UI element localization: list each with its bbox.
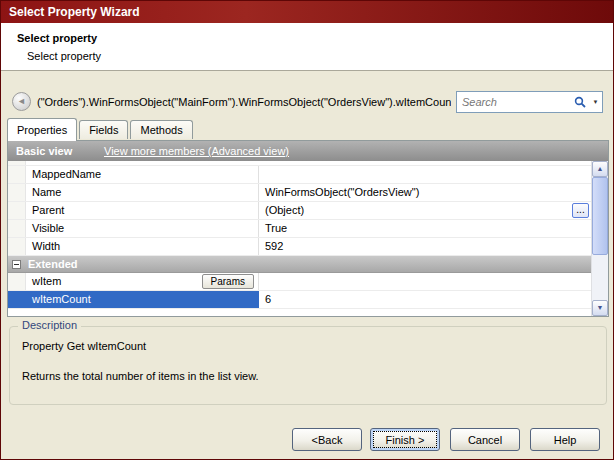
params-button[interactable]: Params <box>202 274 254 289</box>
description-groupbox: Description Property Get wItemCount Retu… <box>9 326 607 405</box>
search-icon[interactable] <box>571 92 589 112</box>
member-tabs: Properties Fields Methods <box>7 118 193 141</box>
search-dropdown-icon[interactable]: ▼ <box>589 92 602 112</box>
vertical-scrollbar[interactable]: ▲ ▼ <box>591 161 608 316</box>
tab-fields-label: Fields <box>89 124 118 136</box>
tab-methods-label: Methods <box>140 124 182 136</box>
members-panel: Basic view View more members (Advanced v… <box>7 140 609 317</box>
help-button[interactable]: Help <box>530 428 600 451</box>
property-value[interactable]: 6 <box>259 291 591 308</box>
object-expression: ("Orders").WinFormsObject("MainForm").Wi… <box>37 96 451 108</box>
property-name: MappedName <box>26 166 259 183</box>
title-bar[interactable]: Select Property Wizard <box>1 1 613 23</box>
property-value: WinFormsObject("OrdersView") <box>259 184 591 201</box>
row-gutter <box>8 220 26 237</box>
table-row-witemcount[interactable]: wItemCount 6 <box>8 291 591 309</box>
page-title: Select property <box>17 32 97 44</box>
row-gutter <box>8 291 26 308</box>
tab-properties-label: Properties <box>17 124 67 136</box>
ellipsis-button[interactable]: ... <box>572 203 589 218</box>
property-name: Visible <box>26 220 259 237</box>
back-arrow-glyph: ◄ <box>17 96 26 106</box>
back-button[interactable]: <Back <box>292 428 362 451</box>
property-name: Width <box>26 238 259 255</box>
finish-button[interactable]: Finish > <box>370 428 440 451</box>
property-name: wItem Params <box>26 273 259 290</box>
tab-fields[interactable]: Fields <box>79 120 128 139</box>
property-value <box>259 273 591 290</box>
group-label: Extended <box>28 258 78 270</box>
property-name: wItemCount <box>26 291 259 308</box>
window-title: Select Property Wizard <box>9 5 140 19</box>
group-row-extended[interactable]: Extended <box>8 256 591 273</box>
scroll-up-icon[interactable]: ▲ <box>592 161 608 177</box>
property-value: True <box>259 220 591 237</box>
back-arrow-icon[interactable]: ◄ <box>12 92 31 111</box>
property-value <box>259 166 591 183</box>
row-gutter <box>8 238 26 255</box>
tab-properties[interactable]: Properties <box>7 118 77 141</box>
row-gutter <box>8 202 26 219</box>
table-row-width[interactable]: Width 592 <box>8 238 591 256</box>
table-row-visible[interactable]: Visible True <box>8 220 591 238</box>
view-header-bar: Basic view View more members (Advanced v… <box>8 141 608 161</box>
row-gutter <box>8 166 26 183</box>
row-gutter <box>8 184 26 201</box>
scrollbar-thumb[interactable] <box>592 177 608 255</box>
table-row-mappedname[interactable]: MappedName <box>8 166 591 184</box>
table-row-parent[interactable]: Parent (Object) ... <box>8 202 591 220</box>
property-name: Name <box>26 184 259 201</box>
description-legend: Description <box>18 319 81 331</box>
property-name: Parent <box>26 202 259 219</box>
tab-methods[interactable]: Methods <box>130 120 192 139</box>
cancel-button[interactable]: Cancel <box>450 428 520 451</box>
page-subtitle: Select property <box>27 50 101 62</box>
description-signature: Property Get wItemCount <box>22 340 146 352</box>
property-value: 592 <box>259 238 591 255</box>
collapse-icon[interactable] <box>12 260 21 269</box>
scroll-down-icon[interactable]: ▼ <box>592 300 608 316</box>
row-gutter <box>8 273 26 290</box>
table-row-witem[interactable]: wItem Params <box>8 273 591 291</box>
search-box: ▼ <box>456 91 603 113</box>
search-input[interactable] <box>457 96 571 108</box>
parent-value-text: (Object) <box>265 204 304 216</box>
witem-name-text: wItem <box>32 275 61 287</box>
description-text: Returns the total number of items in the… <box>22 370 259 382</box>
wizard-header: Select property Select property <box>1 23 613 71</box>
advanced-view-link[interactable]: View more members (Advanced view) <box>104 141 289 161</box>
select-property-wizard-dialog: Select Property Wizard Select property S… <box>0 0 614 460</box>
property-value: (Object) ... <box>259 202 591 219</box>
property-grid: MappedName Name WinFormsObject("OrdersVi… <box>8 161 591 316</box>
row-gutter <box>8 161 26 165</box>
view-mode-label: Basic view <box>16 141 72 161</box>
table-row-name[interactable]: Name WinFormsObject("OrdersView") <box>8 184 591 202</box>
